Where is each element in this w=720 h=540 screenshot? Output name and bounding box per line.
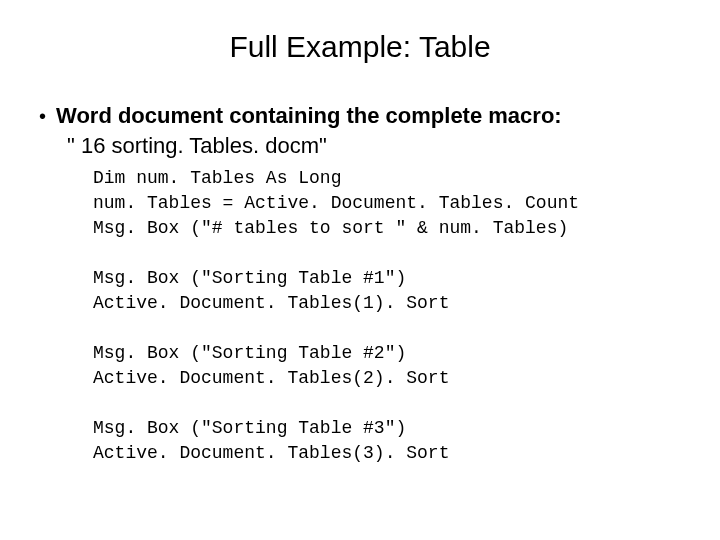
code-line: Dim num. Tables As Long xyxy=(93,166,685,191)
code-line: Msg. Box ("# tables to sort " & num. Tab… xyxy=(93,216,685,241)
code-line: Msg. Box ("Sorting Table #1") xyxy=(93,266,685,291)
bullet-heading: Word document containing the complete ma… xyxy=(56,102,562,130)
code-line: Active. Document. Tables(3). Sort xyxy=(93,441,685,466)
code-line: num. Tables = Active. Document. Tables. … xyxy=(93,191,685,216)
code-line: Active. Document. Tables(2). Sort xyxy=(93,366,685,391)
code-line: Msg. Box ("Sorting Table #3") xyxy=(93,416,685,441)
code-line: Active. Document. Tables(1). Sort xyxy=(93,291,685,316)
code-block: Dim num. Tables As Long num. Tables = Ac… xyxy=(93,166,685,466)
bullet-filename: " 16 sorting. Tables. docm" xyxy=(67,132,685,160)
bullet-item: • Word document containing the complete … xyxy=(35,102,685,130)
code-blank-line xyxy=(93,241,685,266)
code-blank-line xyxy=(93,391,685,416)
code-line: Msg. Box ("Sorting Table #2") xyxy=(93,341,685,366)
bullet-marker-icon: • xyxy=(39,102,46,130)
code-blank-line xyxy=(93,316,685,341)
slide-title: Full Example: Table xyxy=(35,30,685,64)
